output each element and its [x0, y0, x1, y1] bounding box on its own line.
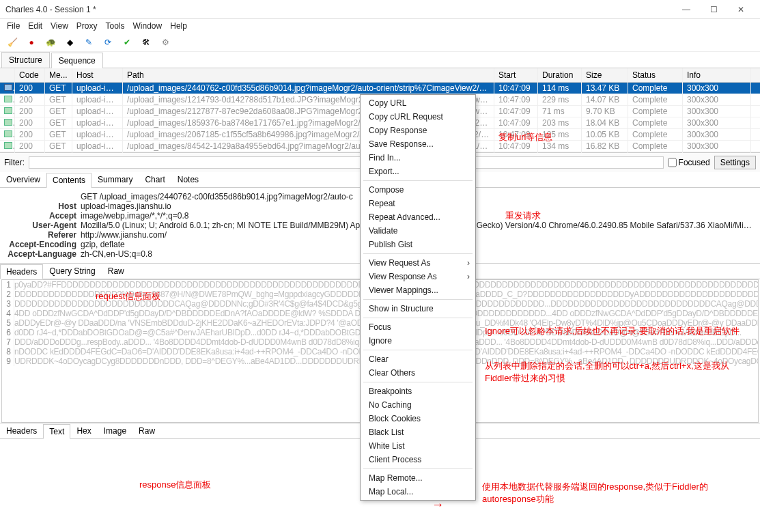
ctx-clear[interactable]: Clear — [361, 352, 475, 366]
breakpoint-icon[interactable]: ◆ — [64, 37, 75, 48]
col-start[interactable]: Start — [494, 68, 538, 82]
col-host[interactable]: Host — [72, 68, 123, 82]
ctx-view-response-as[interactable]: View Response As — [361, 270, 475, 283]
reqtab-query-string[interactable]: Query String — [43, 264, 101, 279]
ctx-copy-curl-request[interactable]: Copy cURL Request — [361, 110, 475, 124]
throttle-icon[interactable]: 🐢 — [45, 37, 56, 48]
title-bar: Charles 4.0 - Session 1 * — ☐ ✕ — [0, 0, 760, 19]
repeat-icon[interactable]: ⟳ — [102, 37, 113, 48]
annot-req-panel: request信息面板 — [96, 290, 160, 303]
ctx-map-local[interactable]: Map Local... — [361, 485, 475, 499]
tab-sequence[interactable]: Sequence — [51, 53, 103, 68]
menu-bar: FileEditViewProxyToolsWindowHelp — [0, 19, 760, 33]
ctx-export[interactable]: Export... — [361, 165, 475, 178]
ctx-no-caching[interactable]: No Caching — [361, 398, 475, 412]
focused-checkbox[interactable]: Focused — [668, 156, 710, 169]
annot-resp-panel: response信息面板 — [139, 479, 211, 491]
resptab-hex[interactable]: Hex — [70, 423, 97, 438]
window-title: Charles 4.0 - Session 1 * — [5, 5, 673, 14]
ctx-find-in[interactable]: Find In... — [361, 151, 475, 165]
ctx-ignore[interactable]: Ignore — [361, 334, 475, 348]
annot-map: 使用本地数据代替服务端返回的response,类似于Fiddler的autore… — [482, 481, 755, 505]
ctx-client-process[interactable]: Client Process — [361, 453, 475, 466]
ctx-white-list[interactable]: White List — [361, 439, 475, 453]
col-size[interactable]: Size — [582, 68, 628, 82]
col-method[interactable]: Me... — [45, 68, 72, 82]
ctx-save-response[interactable]: Save Response... — [361, 137, 475, 151]
ctx-publish-gist[interactable]: Publish Gist — [361, 238, 475, 251]
annot-repeat: 重发请求 — [505, 210, 541, 222]
ctx-copy-response[interactable]: Copy Response — [361, 124, 475, 137]
ctx-clear-others[interactable]: Clear Others — [361, 366, 475, 380]
ctx-focus[interactable]: Focus — [361, 320, 475, 334]
tab-chart[interactable]: Chart — [139, 172, 171, 187]
ctx-show-in-structure[interactable]: Show in Structure — [361, 302, 475, 316]
col-path[interactable]: Path — [123, 68, 494, 82]
reqtab-headers[interactable]: Headers — [0, 264, 43, 279]
tools-icon[interactable]: 🛠 — [141, 37, 152, 48]
ctx-copy-url[interactable]: Copy URL — [361, 96, 475, 110]
menu-proxy[interactable]: Proxy — [74, 21, 100, 31]
ctx-repeat-advanced[interactable]: Repeat Advanced... — [361, 210, 475, 224]
resptab-headers[interactable]: Headers — [0, 423, 43, 438]
ctx-map-remote[interactable]: Map Remote... — [361, 471, 475, 485]
view-tabs: Structure Sequence — [0, 52, 760, 68]
ctx-black-list[interactable]: Black List — [361, 425, 475, 439]
tab-notes[interactable]: Notes — [171, 172, 205, 187]
col-code[interactable]: Code — [15, 68, 45, 82]
ctx-viewer-mappings[interactable]: Viewer Mappings... — [361, 283, 475, 297]
ctx-validate[interactable]: Validate — [361, 224, 475, 238]
settings-icon[interactable]: ⚙ — [160, 37, 171, 48]
check-icon[interactable]: ✔ — [122, 37, 132, 48]
filter-input[interactable] — [29, 156, 664, 169]
col-info[interactable]: Info — [683, 68, 751, 82]
ctx-block-cookies[interactable]: Block Cookies — [361, 412, 475, 425]
col-duration[interactable]: Duration — [538, 68, 582, 82]
settings-button[interactable]: Settings — [714, 156, 756, 169]
ctx-view-request-as[interactable]: View Request As — [361, 256, 475, 270]
menu-edit[interactable]: Edit — [25, 21, 45, 31]
menu-tools[interactable]: Tools — [103, 21, 128, 31]
tab-structure[interactable]: Structure — [1, 52, 50, 68]
tab-summary[interactable]: Summary — [92, 172, 139, 187]
tab-contents[interactable]: Contents — [46, 173, 92, 188]
annot-clear: 从列表中删除指定的会话,全删的可以ctr+a,然后ctrl+x,这是我从Fidd… — [485, 360, 755, 384]
close-button[interactable]: ✕ — [727, 2, 755, 17]
grid-header: Code Me... Host Path Start Duration Size… — [0, 68, 760, 83]
context-menu: Copy URLCopy cURL RequestCopy ResponseSa… — [360, 94, 476, 501]
annot-ignore: Ignore可以忽略本请求,后续也不再记录,要取消的话,我是重启软件 — [485, 325, 755, 337]
tab-overview[interactable]: Overview — [0, 172, 46, 187]
record-icon[interactable]: ● — [26, 37, 37, 48]
edit-icon[interactable]: ✎ — [83, 37, 94, 48]
ctx-compose[interactable]: Compose — [361, 183, 475, 197]
resptab-image[interactable]: Image — [98, 423, 132, 438]
ctx-breakpoints[interactable]: Breakpoints — [361, 384, 475, 398]
toolbar: 🧹 ● 🐢 ◆ ✎ ⟳ ✔ 🛠 ⚙ — [0, 33, 760, 52]
resptab-text[interactable]: Text — [43, 424, 70, 439]
minimize-button[interactable]: — — [673, 2, 700, 17]
menu-file[interactable]: File — [4, 21, 23, 31]
col-status[interactable]: Status — [628, 68, 683, 82]
maximize-button[interactable]: ☐ — [700, 2, 727, 17]
filter-label: Filter: — [4, 158, 25, 167]
menu-window[interactable]: Window — [130, 21, 165, 31]
resptab-raw[interactable]: Raw — [132, 423, 161, 438]
reqtab-raw[interactable]: Raw — [102, 264, 130, 279]
annot-copy: 复制url等信息 — [498, 131, 552, 143]
ctx-repeat[interactable]: Repeat — [361, 197, 475, 210]
broom-icon[interactable]: 🧹 — [7, 37, 18, 48]
menu-view[interactable]: View — [48, 21, 71, 31]
menu-help[interactable]: Help — [167, 21, 190, 31]
